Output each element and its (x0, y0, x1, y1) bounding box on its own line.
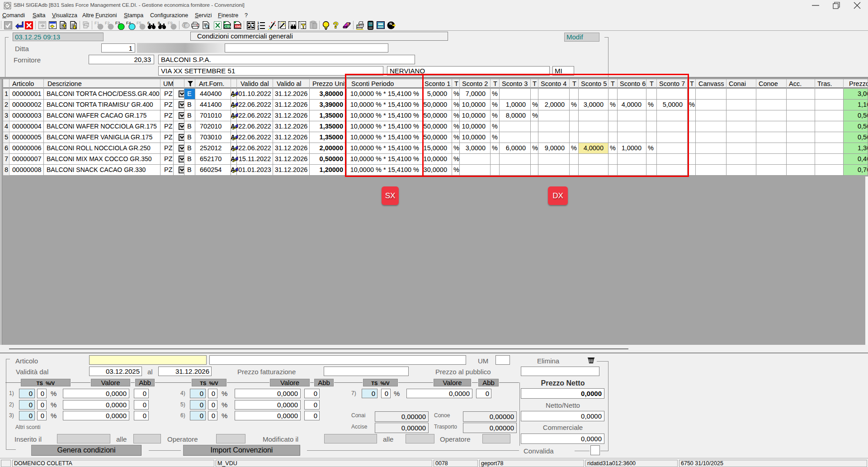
svg-text:?: ? (333, 21, 339, 30)
svg-text:?: ? (347, 22, 349, 27)
svg-text:CSV: CSV (225, 24, 231, 29)
svg-text:3: 3 (257, 27, 259, 30)
svg-text:XML: XML (235, 24, 242, 29)
svg-text:N: N (390, 22, 392, 26)
